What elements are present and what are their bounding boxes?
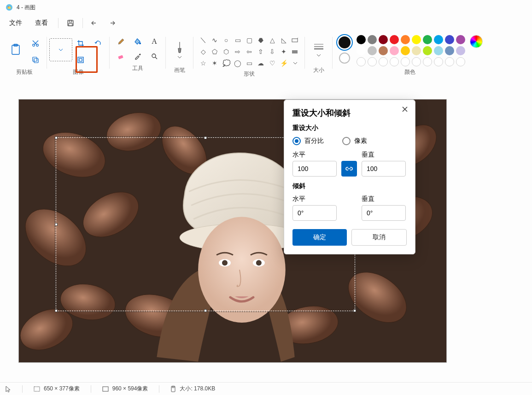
color-swatch[interactable] bbox=[456, 35, 465, 44]
pencil-icon[interactable] bbox=[114, 35, 128, 48]
group-label: 工具 bbox=[132, 65, 143, 72]
crop-icon[interactable] bbox=[74, 37, 88, 50]
color1-swatch[interactable] bbox=[337, 35, 352, 50]
color-swatch[interactable] bbox=[368, 46, 377, 55]
shape-rect-call-icon[interactable]: ▭ bbox=[244, 58, 254, 68]
color-swatch-empty[interactable] bbox=[368, 57, 377, 66]
color-swatch-empty[interactable] bbox=[423, 57, 432, 66]
magnifier-icon[interactable] bbox=[147, 50, 161, 63]
color-swatch[interactable] bbox=[379, 35, 388, 44]
shape-roundrect-icon[interactable]: ▢ bbox=[244, 35, 254, 45]
color-swatch[interactable] bbox=[357, 35, 366, 44]
color-swatch[interactable] bbox=[390, 46, 399, 55]
radio-checked-icon bbox=[292, 137, 301, 145]
group-image: 图像 bbox=[47, 32, 110, 79]
menu-view[interactable]: 查看 bbox=[29, 16, 53, 30]
shape-heart-icon[interactable]: ♡ bbox=[267, 58, 277, 68]
rotate-icon[interactable] bbox=[91, 37, 105, 50]
shape-outline-icon[interactable] bbox=[290, 35, 300, 45]
shape-oval2-icon[interactable]: ◯ bbox=[233, 58, 243, 68]
edit-colors-icon[interactable] bbox=[470, 35, 483, 48]
selection-size: 650 × 377像素 bbox=[34, 385, 80, 393]
section-skew: 倾斜 bbox=[292, 182, 407, 190]
color-swatch[interactable] bbox=[434, 35, 443, 44]
undo-icon[interactable] bbox=[88, 16, 102, 30]
color-swatch[interactable] bbox=[412, 46, 421, 55]
color-swatch-empty[interactable] bbox=[456, 57, 465, 66]
shape-pentagon-icon[interactable]: ⬠ bbox=[210, 47, 220, 57]
color-swatch[interactable] bbox=[412, 35, 421, 44]
input-resize-v[interactable] bbox=[362, 161, 406, 177]
cut-icon[interactable] bbox=[29, 37, 42, 50]
shape-line-icon[interactable]: ＼ bbox=[198, 35, 208, 45]
link-aspect-icon[interactable] bbox=[341, 161, 357, 177]
close-icon[interactable] bbox=[399, 104, 410, 115]
shape-hexagon-icon[interactable]: ⬡ bbox=[221, 47, 231, 57]
shape-arrowr-icon[interactable]: ⇨ bbox=[233, 47, 243, 57]
shape-polygon-icon[interactable]: ⯂ bbox=[256, 35, 266, 45]
eraser-icon[interactable] bbox=[114, 50, 128, 63]
shape-arrowd-icon[interactable]: ⇩ bbox=[267, 47, 277, 57]
shape-rtriangle-icon[interactable]: ◺ bbox=[279, 35, 289, 45]
color-swatch[interactable] bbox=[357, 46, 366, 55]
shape-4star-icon[interactable]: ✦ bbox=[279, 47, 289, 57]
color2-swatch[interactable] bbox=[339, 53, 350, 64]
shape-fill-icon[interactable] bbox=[290, 47, 300, 57]
color-swatch-empty[interactable] bbox=[379, 57, 388, 66]
menu-file[interactable]: 文件 bbox=[4, 16, 28, 30]
shape-more-icon[interactable] bbox=[290, 58, 300, 68]
color-swatch[interactable] bbox=[434, 46, 443, 55]
color-swatch-empty[interactable] bbox=[434, 57, 443, 66]
svg-rect-10 bbox=[34, 59, 38, 63]
cancel-button[interactable]: 取消 bbox=[351, 229, 407, 246]
select-button[interactable] bbox=[52, 35, 70, 65]
radio-pixels[interactable]: 像素 bbox=[342, 137, 367, 145]
shape-curve-icon[interactable]: ∿ bbox=[210, 35, 220, 45]
color-swatch[interactable] bbox=[379, 46, 388, 55]
color-swatch[interactable] bbox=[445, 35, 454, 44]
input-resize-h[interactable] bbox=[292, 161, 337, 177]
paste-button[interactable] bbox=[6, 35, 25, 65]
color-swatch[interactable] bbox=[456, 46, 465, 55]
shape-5star-icon[interactable]: ☆ bbox=[198, 58, 208, 68]
eyedropper-icon[interactable] bbox=[131, 50, 145, 63]
color-swatch-empty[interactable] bbox=[445, 57, 454, 66]
ok-button[interactable]: 确定 bbox=[292, 229, 347, 246]
save-icon[interactable] bbox=[63, 16, 78, 30]
color-swatch-empty[interactable] bbox=[401, 57, 410, 66]
shape-6star-icon[interactable]: ✶ bbox=[210, 58, 220, 68]
shapes-gallery[interactable]: ＼ ∿ ○ ▭ ▢ ⯂ △ ◺ ◇ ⬠ ⬡ ⇨ ⇦ ⇧ ⇩ ✦ ☆ ✶ 💭 bbox=[198, 35, 300, 68]
size-button[interactable] bbox=[310, 35, 328, 65]
shape-diamond-icon[interactable]: ◇ bbox=[198, 47, 208, 57]
color-swatch[interactable] bbox=[423, 35, 432, 44]
shape-triangle-icon[interactable]: △ bbox=[267, 35, 277, 45]
shape-oval-icon[interactable]: ○ bbox=[221, 35, 231, 45]
svg-rect-3 bbox=[69, 20, 72, 22]
brushes-button[interactable] bbox=[170, 35, 189, 65]
shape-arrowl-icon[interactable]: ⇦ bbox=[244, 47, 254, 57]
color-swatch[interactable] bbox=[445, 46, 454, 55]
color-swatch[interactable] bbox=[390, 35, 399, 44]
shape-lightning-icon[interactable]: ⚡ bbox=[279, 58, 289, 68]
svg-point-13 bbox=[140, 43, 141, 44]
color-swatch[interactable] bbox=[368, 35, 377, 44]
text-icon[interactable]: A bbox=[147, 35, 161, 48]
label-skew-v: 垂直 bbox=[362, 195, 406, 203]
shape-arrowu-icon[interactable]: ⇧ bbox=[256, 47, 266, 57]
copy-icon[interactable] bbox=[29, 53, 42, 66]
fill-icon[interactable] bbox=[131, 35, 145, 48]
shape-rect-icon[interactable]: ▭ bbox=[233, 35, 243, 45]
radio-percent[interactable]: 百分比 bbox=[292, 137, 324, 145]
resize-icon[interactable] bbox=[74, 53, 88, 66]
shape-roundcall-icon[interactable]: 💭 bbox=[221, 58, 231, 68]
shape-cloud-icon[interactable]: ☁ bbox=[256, 58, 266, 68]
color-swatch-empty[interactable] bbox=[390, 57, 399, 66]
redo-icon[interactable] bbox=[104, 16, 119, 30]
input-skew-v[interactable] bbox=[362, 205, 406, 221]
color-swatch-empty[interactable] bbox=[357, 57, 366, 66]
color-swatch[interactable] bbox=[401, 46, 410, 55]
color-swatch-empty[interactable] bbox=[412, 57, 421, 66]
input-skew-h[interactable] bbox=[292, 205, 337, 221]
color-swatch[interactable] bbox=[401, 35, 410, 44]
color-swatch[interactable] bbox=[423, 46, 432, 55]
